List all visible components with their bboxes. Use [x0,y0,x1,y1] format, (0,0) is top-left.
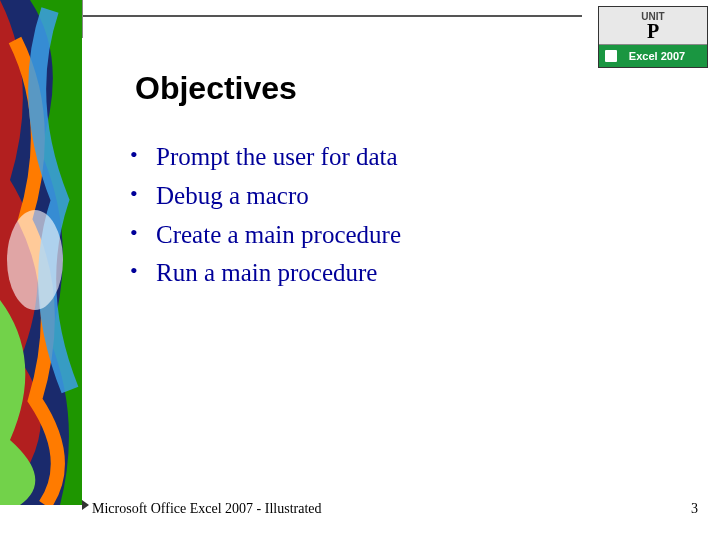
badge-product-name: Excel 2007 [621,50,685,62]
header-rule [82,15,582,17]
svg-point-1 [7,210,63,310]
header-rule-vertical [82,0,83,38]
footer-marker-icon [82,500,89,510]
badge-unit-letter: P [599,22,707,40]
list-item: Run a main procedure [130,254,401,293]
footer-text: Microsoft Office Excel 2007 - Illustrate… [92,501,322,517]
list-item: Prompt the user for data [130,138,401,177]
list-item: Create a main procedure [130,216,401,255]
list-item: Debug a macro [130,177,401,216]
page-number: 3 [691,501,698,517]
unit-badge: UNIT P Excel 2007 [598,6,708,68]
page-title: Objectives [135,70,297,107]
objectives-list: Prompt the user for data Debug a macro C… [130,138,401,293]
decorative-art-strip [0,0,82,505]
